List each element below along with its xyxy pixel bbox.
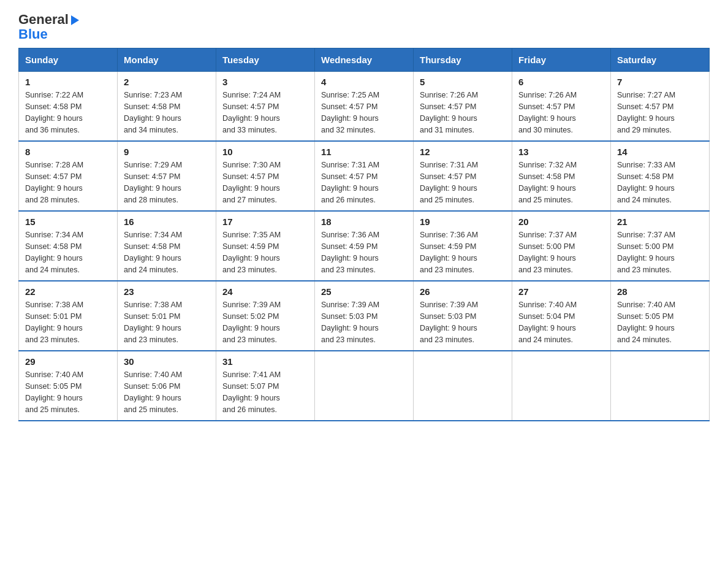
calendar-day-cell: 2Sunrise: 7:23 AMSunset: 4:58 PMDaylight… <box>118 72 216 142</box>
day-number: 3 <box>222 77 308 87</box>
day-info: Sunrise: 7:36 AMSunset: 4:59 PMDaylight:… <box>420 229 506 275</box>
weekday-header-saturday: Saturday <box>611 48 710 72</box>
calendar-day-cell: 9Sunrise: 7:29 AMSunset: 4:57 PMDaylight… <box>118 141 216 211</box>
day-number: 8 <box>25 147 111 157</box>
calendar-day-cell: 22Sunrise: 7:38 AMSunset: 5:01 PMDayligh… <box>19 281 118 351</box>
calendar-day-cell: 4Sunrise: 7:25 AMSunset: 4:57 PMDaylight… <box>315 72 414 142</box>
day-info: Sunrise: 7:27 AMSunset: 4:57 PMDaylight:… <box>617 90 703 136</box>
calendar-day-cell: 31Sunrise: 7:41 AMSunset: 5:07 PMDayligh… <box>216 351 315 421</box>
calendar-day-cell: 19Sunrise: 7:36 AMSunset: 4:59 PMDayligh… <box>414 211 512 281</box>
day-number: 26 <box>420 286 506 297</box>
day-info: Sunrise: 7:25 AMSunset: 4:57 PMDaylight:… <box>321 90 407 136</box>
day-number: 2 <box>124 77 210 87</box>
calendar-week-row: 1Sunrise: 7:22 AMSunset: 4:58 PMDaylight… <box>19 72 710 142</box>
logo-blue: Blue <box>18 27 79 42</box>
calendar-week-row: 15Sunrise: 7:34 AMSunset: 4:58 PMDayligh… <box>19 211 710 281</box>
page-header: General Blue <box>18 12 710 42</box>
calendar-day-cell: 14Sunrise: 7:33 AMSunset: 4:58 PMDayligh… <box>611 141 710 211</box>
calendar-day-cell: 5Sunrise: 7:26 AMSunset: 4:57 PMDaylight… <box>414 72 512 142</box>
calendar-day-cell: 8Sunrise: 7:28 AMSunset: 4:57 PMDaylight… <box>19 141 118 211</box>
day-info: Sunrise: 7:32 AMSunset: 4:58 PMDaylight:… <box>518 159 604 205</box>
day-number: 31 <box>222 356 308 367</box>
weekday-header-friday: Friday <box>512 48 611 72</box>
day-number: 20 <box>518 216 604 227</box>
calendar-day-cell: 17Sunrise: 7:35 AMSunset: 4:59 PMDayligh… <box>216 211 315 281</box>
day-number: 1 <box>25 77 111 87</box>
day-info: Sunrise: 7:36 AMSunset: 4:59 PMDaylight:… <box>321 229 407 275</box>
day-info: Sunrise: 7:39 AMSunset: 5:03 PMDaylight:… <box>321 299 407 345</box>
calendar-day-cell: 29Sunrise: 7:40 AMSunset: 5:05 PMDayligh… <box>19 351 118 421</box>
day-number: 12 <box>420 147 506 157</box>
day-number: 27 <box>518 286 604 297</box>
day-info: Sunrise: 7:24 AMSunset: 4:57 PMDaylight:… <box>222 90 308 136</box>
calendar-day-cell <box>315 351 414 421</box>
day-info: Sunrise: 7:38 AMSunset: 5:01 PMDaylight:… <box>25 299 111 345</box>
day-number: 28 <box>617 286 703 297</box>
calendar-day-cell: 18Sunrise: 7:36 AMSunset: 4:59 PMDayligh… <box>315 211 414 281</box>
calendar-day-cell: 28Sunrise: 7:40 AMSunset: 5:05 PMDayligh… <box>611 281 710 351</box>
day-info: Sunrise: 7:23 AMSunset: 4:58 PMDaylight:… <box>124 90 210 136</box>
calendar-day-cell: 21Sunrise: 7:37 AMSunset: 5:00 PMDayligh… <box>611 211 710 281</box>
calendar-week-row: 22Sunrise: 7:38 AMSunset: 5:01 PMDayligh… <box>19 281 710 351</box>
day-number: 4 <box>321 77 407 87</box>
day-number: 6 <box>518 77 604 87</box>
weekday-header-tuesday: Tuesday <box>216 48 315 72</box>
weekday-header-sunday: Sunday <box>19 48 118 72</box>
day-number: 19 <box>420 216 506 227</box>
day-number: 17 <box>222 216 308 227</box>
calendar-day-cell: 16Sunrise: 7:34 AMSunset: 4:58 PMDayligh… <box>118 211 216 281</box>
logo-general: General <box>18 12 79 27</box>
calendar-day-cell: 30Sunrise: 7:40 AMSunset: 5:06 PMDayligh… <box>118 351 216 421</box>
day-info: Sunrise: 7:40 AMSunset: 5:04 PMDaylight:… <box>518 299 604 345</box>
calendar-day-cell: 12Sunrise: 7:31 AMSunset: 4:57 PMDayligh… <box>414 141 512 211</box>
calendar-day-cell: 6Sunrise: 7:26 AMSunset: 4:57 PMDaylight… <box>512 72 611 142</box>
calendar-day-cell: 15Sunrise: 7:34 AMSunset: 4:58 PMDayligh… <box>19 211 118 281</box>
calendar-week-row: 29Sunrise: 7:40 AMSunset: 5:05 PMDayligh… <box>19 351 710 421</box>
day-info: Sunrise: 7:39 AMSunset: 5:02 PMDaylight:… <box>222 299 308 345</box>
day-info: Sunrise: 7:34 AMSunset: 4:58 PMDaylight:… <box>124 229 210 275</box>
calendar-day-cell: 7Sunrise: 7:27 AMSunset: 4:57 PMDaylight… <box>611 72 710 142</box>
calendar-day-cell: 13Sunrise: 7:32 AMSunset: 4:58 PMDayligh… <box>512 141 611 211</box>
calendar-day-cell: 1Sunrise: 7:22 AMSunset: 4:58 PMDaylight… <box>19 72 118 142</box>
day-number: 24 <box>222 286 308 297</box>
day-info: Sunrise: 7:40 AMSunset: 5:05 PMDaylight:… <box>25 369 111 415</box>
day-number: 21 <box>617 216 703 227</box>
day-number: 23 <box>124 286 210 297</box>
day-number: 29 <box>25 356 111 367</box>
day-info: Sunrise: 7:37 AMSunset: 5:00 PMDaylight:… <box>518 229 604 275</box>
calendar-day-cell: 23Sunrise: 7:38 AMSunset: 5:01 PMDayligh… <box>118 281 216 351</box>
day-number: 13 <box>518 147 604 157</box>
day-info: Sunrise: 7:31 AMSunset: 4:57 PMDaylight:… <box>420 159 506 205</box>
day-number: 9 <box>124 147 210 157</box>
calendar-day-cell: 25Sunrise: 7:39 AMSunset: 5:03 PMDayligh… <box>315 281 414 351</box>
day-info: Sunrise: 7:34 AMSunset: 4:58 PMDaylight:… <box>25 229 111 275</box>
day-info: Sunrise: 7:31 AMSunset: 4:57 PMDaylight:… <box>321 159 407 205</box>
day-number: 10 <box>222 147 308 157</box>
logo: General Blue <box>18 12 79 42</box>
day-number: 7 <box>617 77 703 87</box>
weekday-header-monday: Monday <box>118 48 216 72</box>
calendar-day-cell: 3Sunrise: 7:24 AMSunset: 4:57 PMDaylight… <box>216 72 315 142</box>
day-number: 18 <box>321 216 407 227</box>
day-info: Sunrise: 7:33 AMSunset: 4:58 PMDaylight:… <box>617 159 703 205</box>
calendar-day-cell <box>611 351 710 421</box>
weekday-header-wednesday: Wednesday <box>315 48 414 72</box>
day-info: Sunrise: 7:41 AMSunset: 5:07 PMDaylight:… <box>222 369 308 415</box>
day-info: Sunrise: 7:26 AMSunset: 4:57 PMDaylight:… <box>420 90 506 136</box>
calendar-day-cell: 20Sunrise: 7:37 AMSunset: 5:00 PMDayligh… <box>512 211 611 281</box>
day-info: Sunrise: 7:39 AMSunset: 5:03 PMDaylight:… <box>420 299 506 345</box>
calendar-day-cell: 26Sunrise: 7:39 AMSunset: 5:03 PMDayligh… <box>414 281 512 351</box>
calendar-week-row: 8Sunrise: 7:28 AMSunset: 4:57 PMDaylight… <box>19 141 710 211</box>
calendar-table: SundayMondayTuesdayWednesdayThursdayFrid… <box>18 48 710 421</box>
weekday-header-thursday: Thursday <box>414 48 512 72</box>
calendar-day-cell: 24Sunrise: 7:39 AMSunset: 5:02 PMDayligh… <box>216 281 315 351</box>
calendar-day-cell <box>414 351 512 421</box>
day-info: Sunrise: 7:29 AMSunset: 4:57 PMDaylight:… <box>124 159 210 205</box>
day-number: 14 <box>617 147 703 157</box>
day-number: 5 <box>420 77 506 87</box>
day-number: 16 <box>124 216 210 227</box>
calendar-header-row: SundayMondayTuesdayWednesdayThursdayFrid… <box>19 48 710 72</box>
day-number: 25 <box>321 286 407 297</box>
day-info: Sunrise: 7:40 AMSunset: 5:06 PMDaylight:… <box>124 369 210 415</box>
day-number: 22 <box>25 286 111 297</box>
